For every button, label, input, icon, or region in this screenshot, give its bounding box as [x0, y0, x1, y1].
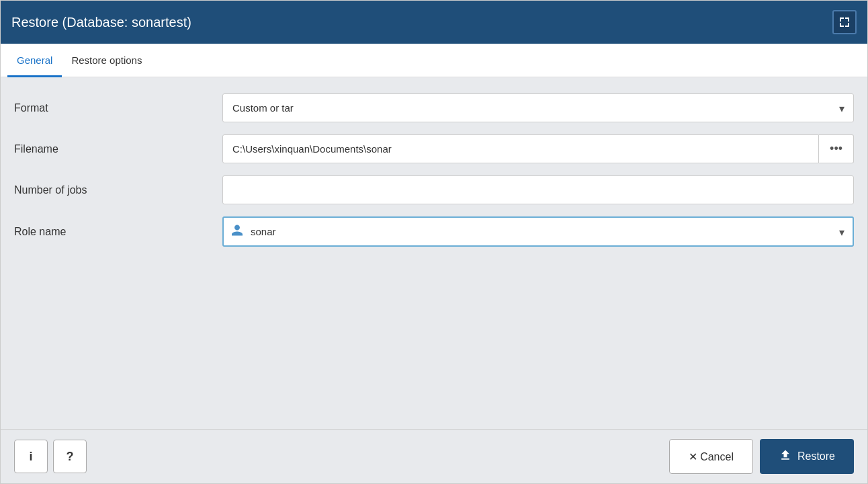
restore-button[interactable]: Restore: [760, 439, 854, 474]
footer-right: ✕ Cancel Restore: [669, 439, 854, 474]
format-row: Format Custom or tar Directory Plain tex…: [14, 93, 854, 122]
filename-label: Filename: [14, 143, 222, 155]
filename-input[interactable]: [222, 134, 819, 163]
role-name-control: sonar ▾: [222, 216, 854, 247]
restore-icon: [779, 448, 792, 465]
help-button[interactable]: ?: [53, 440, 87, 473]
dialog-title: Restore (Database: sonartest): [11, 15, 191, 30]
format-label: Format: [14, 102, 222, 114]
title-bar: Restore (Database: sonartest): [1, 1, 867, 44]
filename-browse-button[interactable]: •••: [819, 134, 854, 163]
cancel-label: ✕ Cancel: [689, 450, 734, 463]
role-name-row: Role name sonar ▾: [14, 216, 854, 247]
form-content: Format Custom or tar Directory Plain tex…: [1, 77, 867, 429]
format-select[interactable]: Custom or tar Directory Plain text Tar: [222, 93, 854, 122]
tab-restore-options[interactable]: Restore options: [62, 44, 151, 77]
format-select-wrapper: Custom or tar Directory Plain text Tar ▾: [222, 93, 854, 122]
help-icon: ?: [67, 450, 74, 464]
cancel-button[interactable]: ✕ Cancel: [669, 439, 753, 474]
footer: i ? ✕ Cancel Restore: [1, 429, 867, 483]
role-name-select[interactable]: sonar: [222, 216, 854, 247]
ellipsis-icon: •••: [830, 142, 842, 156]
role-select-wrapper: sonar ▾: [222, 216, 854, 247]
tabs-bar: General Restore options: [1, 44, 867, 77]
info-icon: i: [29, 450, 32, 464]
restore-label: Restore: [797, 450, 835, 462]
info-button[interactable]: i: [14, 440, 48, 473]
number-of-jobs-control: [222, 175, 854, 204]
number-of-jobs-label: Number of jobs: [14, 184, 222, 196]
filename-wrapper: •••: [222, 134, 854, 163]
number-of-jobs-input[interactable]: [222, 175, 854, 204]
filename-row: Filename •••: [14, 134, 854, 163]
number-of-jobs-row: Number of jobs: [14, 175, 854, 204]
footer-left: i ?: [14, 440, 87, 473]
expand-button[interactable]: [832, 10, 857, 34]
format-control: Custom or tar Directory Plain text Tar ▾: [222, 93, 854, 122]
role-name-label: Role name: [14, 226, 222, 238]
dialog: Restore (Database: sonartest) General Re…: [0, 0, 868, 484]
filename-control: •••: [222, 134, 854, 163]
tab-general[interactable]: General: [7, 44, 62, 77]
